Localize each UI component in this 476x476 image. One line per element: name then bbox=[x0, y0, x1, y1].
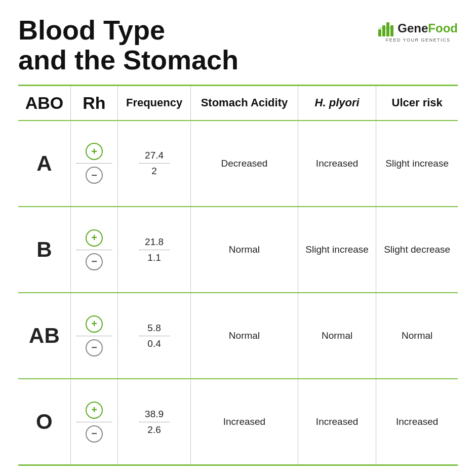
logo: GeneFood FEED YOUR GENETICS bbox=[378, 15, 458, 43]
cell-abo: A bbox=[18, 121, 70, 207]
cell-ulcer-risk: Slight increase bbox=[376, 121, 458, 207]
cell-abo: AB bbox=[18, 293, 70, 379]
svg-rect-3 bbox=[390, 25, 393, 36]
cell-ulcer-risk: Slight decrease bbox=[376, 207, 458, 293]
cell-frequency: 38.9 2.6 bbox=[118, 379, 191, 464]
rh-cell-inner: + − bbox=[74, 143, 114, 184]
cell-stomach-acidity: Normal bbox=[191, 207, 298, 293]
freq-negative: 2.6 bbox=[147, 424, 161, 435]
col-header-ulcer-risk: Ulcer risk bbox=[376, 86, 458, 121]
freq-positive: 21.8 bbox=[145, 236, 164, 248]
header: Blood Type and the Stomach GeneFood FEED… bbox=[18, 15, 458, 75]
cell-h-pylori: Increased bbox=[298, 379, 376, 464]
rh-minus-icon: − bbox=[86, 339, 103, 356]
cell-stomach-acidity: Normal bbox=[191, 293, 298, 379]
rh-plus-icon: + bbox=[86, 402, 103, 419]
rh-plus-icon: + bbox=[86, 229, 103, 247]
freq-divider bbox=[139, 336, 170, 336]
cell-h-pylori: Normal bbox=[298, 293, 376, 379]
data-table-wrapper: ABO Rh Frequency Stomach Acidity H. plyo… bbox=[18, 85, 458, 466]
cell-ulcer-risk: Normal bbox=[376, 293, 458, 379]
cell-frequency: 21.8 1.1 bbox=[118, 207, 191, 293]
table-row: AB + − 5.8 0.4 NormalNormalNormal bbox=[18, 293, 458, 379]
table-row: A + − 27.4 2 DecreasedIncreasedSlight in… bbox=[18, 121, 458, 207]
logo-icon bbox=[378, 20, 398, 36]
freq-divider bbox=[139, 163, 170, 164]
freq-divider bbox=[139, 250, 170, 250]
rh-divider bbox=[76, 163, 112, 164]
freq-cell-inner: 5.8 0.4 bbox=[121, 323, 187, 349]
cell-abo: B bbox=[18, 207, 70, 293]
freq-negative: 2 bbox=[151, 166, 157, 177]
page-title: Blood Type and the Stomach bbox=[18, 15, 239, 75]
freq-cell-inner: 38.9 2.6 bbox=[121, 409, 187, 435]
blood-type-table: ABO Rh Frequency Stomach Acidity H. plyo… bbox=[18, 86, 458, 464]
col-header-h-pylori: H. plyori bbox=[298, 86, 376, 121]
freq-cell-inner: 21.8 1.1 bbox=[121, 236, 187, 263]
col-header-stomach-acidity: Stomach Acidity bbox=[191, 86, 298, 121]
rh-cell-inner: + − bbox=[74, 315, 114, 356]
cell-frequency: 5.8 0.4 bbox=[118, 293, 191, 379]
cell-rh: + − bbox=[70, 121, 117, 207]
table-row: B + − 21.8 1.1 NormalSlight increaseSlig… bbox=[18, 207, 458, 293]
table-header-row: ABO Rh Frequency Stomach Acidity H. plyo… bbox=[18, 86, 458, 121]
rh-divider bbox=[76, 336, 112, 336]
rh-plus-icon: + bbox=[86, 315, 103, 333]
freq-negative: 1.1 bbox=[147, 252, 161, 263]
cell-stomach-acidity: Decreased bbox=[191, 121, 298, 207]
rh-minus-icon: − bbox=[86, 167, 103, 184]
svg-rect-4 bbox=[378, 27, 393, 29]
cell-frequency: 27.4 2 bbox=[118, 121, 191, 207]
logo-name: GeneFood bbox=[398, 21, 458, 35]
svg-rect-0 bbox=[378, 29, 381, 36]
rh-divider bbox=[76, 250, 112, 250]
table-row: O + − 38.9 2.6 IncreasedIncreasedIncreas… bbox=[18, 379, 458, 464]
col-header-abo: ABO bbox=[18, 86, 70, 121]
freq-positive: 5.8 bbox=[147, 323, 161, 334]
rh-minus-icon: − bbox=[86, 425, 103, 443]
svg-rect-2 bbox=[386, 22, 389, 36]
cell-h-pylori: Slight increase bbox=[298, 207, 376, 293]
rh-divider bbox=[76, 422, 112, 422]
cell-rh: + − bbox=[70, 379, 117, 464]
freq-negative: 0.4 bbox=[147, 338, 161, 349]
svg-rect-1 bbox=[382, 25, 385, 36]
cell-ulcer-risk: Increased bbox=[376, 379, 458, 464]
freq-positive: 38.9 bbox=[145, 409, 164, 420]
rh-minus-icon: − bbox=[86, 253, 103, 270]
freq-divider bbox=[139, 422, 170, 422]
cell-rh: + − bbox=[70, 207, 117, 293]
cell-rh: + − bbox=[70, 293, 117, 379]
col-header-frequency: Frequency bbox=[118, 86, 191, 121]
page-container: Blood Type and the Stomach GeneFood FEED… bbox=[0, 0, 476, 476]
cell-h-pylori: Increased bbox=[298, 121, 376, 207]
rh-cell-inner: + − bbox=[74, 229, 114, 270]
freq-cell-inner: 27.4 2 bbox=[121, 150, 187, 177]
rh-plus-icon: + bbox=[86, 143, 103, 160]
cell-stomach-acidity: Increased bbox=[191, 379, 298, 464]
freq-positive: 27.4 bbox=[145, 150, 164, 161]
col-header-rh: Rh bbox=[70, 86, 117, 121]
cell-abo: O bbox=[18, 379, 70, 464]
rh-cell-inner: + − bbox=[74, 402, 114, 443]
logo-tagline: FEED YOUR GENETICS bbox=[386, 37, 451, 43]
